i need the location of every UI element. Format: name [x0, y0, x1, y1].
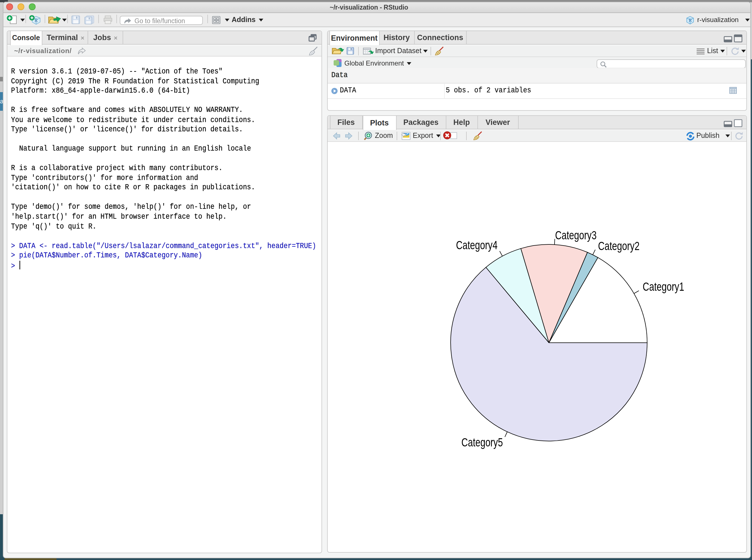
svg-text:Category2: Category2 [598, 239, 639, 252]
svg-text:Category5: Category5 [461, 435, 503, 449]
svg-text:R: R [35, 17, 38, 23]
svg-text:Category4: Category4 [456, 238, 497, 252]
svg-text:Category1: Category1 [643, 280, 684, 293]
svg-text:Category3: Category3 [555, 228, 596, 242]
svg-text:R: R [689, 17, 692, 23]
